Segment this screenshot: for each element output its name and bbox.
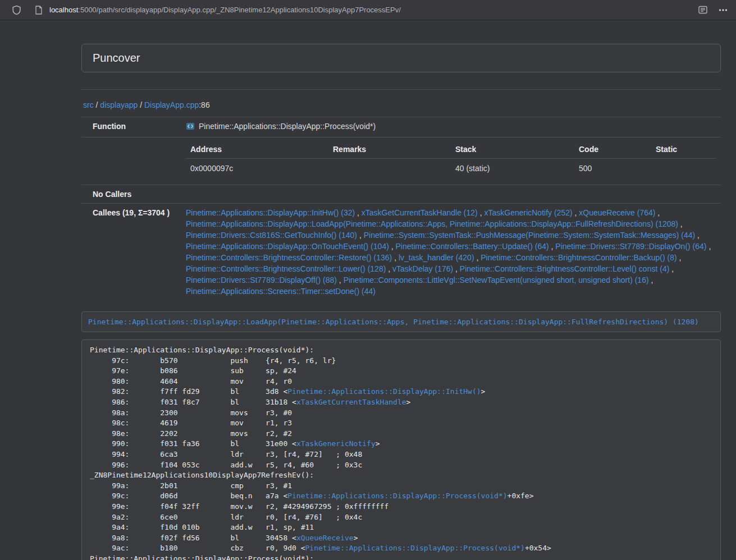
disassembly-symbol-link[interactable]: Pinetime::Applications::DisplayApp::Proc… [287, 492, 507, 500]
breadcrumb-link[interactable]: DisplayApp.cpp [144, 100, 199, 109]
symbol-panel: Pinetime::Applications::DisplayApp::Load… [81, 311, 721, 332]
page-container: Puncover src / displayapp / DisplayApp.c… [81, 44, 721, 560]
callee-link[interactable]: Pinetime::Controllers::BrightnessControl… [460, 264, 669, 273]
metrics-header-code: Code [574, 141, 651, 159]
callee-link[interactable]: vTaskDelay (176) [392, 264, 453, 273]
app-header: Puncover [81, 44, 721, 72]
divider [81, 89, 721, 90]
metrics-header-stack: Stack [451, 141, 574, 159]
function-name-cell: Pinetime::Applications::DisplayApp::Proc… [181, 117, 721, 137]
callee-link[interactable]: Pinetime::Controllers::Battery::Update()… [396, 242, 549, 251]
callee-link[interactable]: xQueueReceive (764) [579, 208, 655, 217]
callee-link[interactable]: Pinetime::Applications::DisplayApp::OnTo… [186, 242, 389, 251]
metrics-cell: Address Remarks Stack Code Static 0x0000… [181, 137, 721, 185]
reader-view-icon[interactable] [696, 3, 710, 17]
metrics-row: Address Remarks Stack Code Static 0x0000… [81, 137, 721, 185]
callee-link[interactable]: Pinetime::Controllers::BrightnessControl… [186, 264, 386, 273]
metrics-header-remarks: Remarks [328, 141, 451, 159]
callee-link[interactable]: Pinetime::Controllers::BrightnessControl… [481, 253, 676, 262]
metrics-value-code: 500 [574, 159, 651, 179]
disassembly-symbol-link[interactable]: xTaskGetCurrentTaskHandle [296, 398, 406, 406]
symbol-panel-link[interactable]: Pinetime::Applications::DisplayApp::Load… [88, 318, 699, 326]
function-table: Function Pinetime::Applications::Display… [81, 117, 721, 300]
callee-link[interactable]: lv_task_handler (420) [399, 253, 474, 262]
callee-link[interactable]: Pinetime::Drivers::St7789::DisplayOn() (… [555, 242, 706, 251]
callee-link[interactable]: Pinetime::Applications::DisplayApp::Load… [186, 219, 678, 228]
metrics-header-static: Static [651, 141, 716, 159]
url-host: localhost [49, 6, 78, 14]
callee-link[interactable]: Pinetime::Applications::DisplayApp::Init… [186, 208, 355, 217]
breadcrumb-link[interactable]: displayapp [100, 100, 138, 109]
callees-row: Callees (19, Σ=3704 ) Pinetime::Applicat… [81, 204, 721, 301]
no-callers-row: No Callers [81, 185, 721, 204]
callee-link[interactable]: Pinetime::Drivers::St7789::DisplayOff() … [186, 276, 337, 284]
disassembly-code: Pinetime::Applications::DisplayApp::Proc… [81, 339, 721, 560]
callee-link[interactable]: xTaskGetCurrentTaskHandle (12) [362, 208, 478, 217]
function-icon [186, 122, 195, 134]
disassembly-symbol-link[interactable]: xTaskGenericNotify [296, 439, 376, 448]
page-info-icon[interactable] [31, 3, 46, 17]
callee-link[interactable]: Pinetime::Controllers::BrightnessControl… [186, 253, 392, 262]
disassembly-symbol-link[interactable]: Pinetime::Applications::DisplayApp::Init… [287, 387, 481, 396]
no-callers-cell [181, 185, 721, 204]
metrics-value-address: 0x0000097c [186, 159, 328, 179]
metrics-value-remarks [328, 159, 451, 179]
function-row-label: Function [81, 117, 181, 137]
callees-label: Callees (19, Σ=3704 ) [81, 204, 181, 301]
no-callers-label: No Callers [81, 185, 181, 204]
callee-link[interactable]: Pinetime::Components::LittleVgl::SetNewT… [344, 276, 649, 284]
callee-link[interactable]: Pinetime::Applications::Screens::Timer::… [186, 287, 376, 296]
shield-icon[interactable] [9, 3, 24, 17]
metrics-value-row: 0x0000097c 40 (static) 500 [186, 159, 716, 179]
overflow-menu-icon[interactable] [716, 3, 730, 17]
disassembly-symbol-link[interactable]: xQueueReceive [296, 534, 354, 542]
function-row: Function Pinetime::Applications::Display… [81, 117, 721, 137]
callee-link[interactable]: Pinetime::Drivers::Cst816S::GetTouchInfo… [186, 231, 357, 240]
page-title: Puncover [93, 52, 140, 64]
url-path: :5000/path/src/displayapp/DisplayApp.cpp… [78, 6, 401, 14]
metrics-row-spacer [81, 137, 181, 185]
breadcrumb: src / displayapp / DisplayApp.cpp:86 [81, 100, 721, 109]
metrics-header-address: Address [186, 141, 328, 159]
metrics-header-row: Address Remarks Stack Code Static [186, 141, 716, 159]
metrics-value-static [651, 159, 716, 179]
breadcrumb-link[interactable]: src [83, 100, 94, 109]
browser-toolbar: localhost:5000/path/src/displayapp/Displ… [0, 0, 736, 20]
disassembly-symbol-link[interactable]: Pinetime::Applications::DisplayApp::Proc… [305, 544, 525, 552]
callees-list: Pinetime::Applications::DisplayApp::Init… [181, 204, 721, 301]
callee-link[interactable]: xTaskGenericNotify (252) [484, 208, 572, 217]
function-name: Pinetime::Applications::DisplayApp::Proc… [199, 122, 376, 131]
url-bar[interactable]: localhost:5000/path/src/displayapp/Displ… [49, 6, 696, 14]
metrics-value-stack: 40 (static) [451, 159, 574, 179]
callee-link[interactable]: Pinetime::System::SystemTask::PushMessag… [364, 231, 696, 240]
metrics-table: Address Remarks Stack Code Static 0x0000… [186, 141, 716, 178]
